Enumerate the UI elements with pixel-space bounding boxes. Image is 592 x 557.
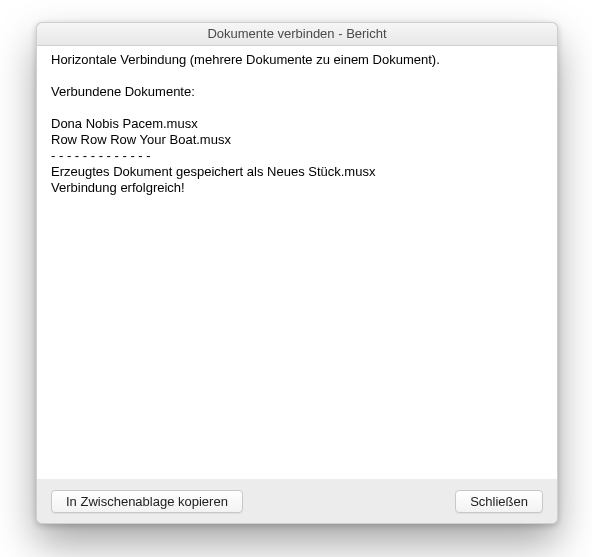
report-text-area[interactable]: Horizontale Verbindung (mehrere Dokument… (37, 46, 557, 479)
dialog-window: Dokumente verbinden - Bericht Horizontal… (36, 22, 558, 524)
window-title: Dokumente verbinden - Bericht (37, 23, 557, 46)
copy-to-clipboard-button[interactable]: In Zwischenablage kopieren (51, 490, 243, 513)
button-bar: In Zwischenablage kopieren Schließen (37, 479, 557, 523)
close-button[interactable]: Schließen (455, 490, 543, 513)
